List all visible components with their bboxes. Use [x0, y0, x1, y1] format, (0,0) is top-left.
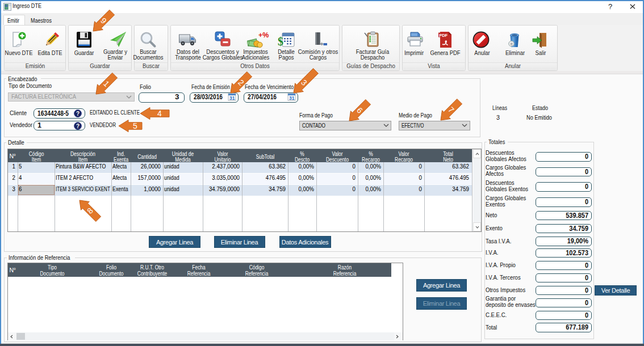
svg-text:C: C [510, 43, 513, 46]
svg-text:+%: +% [258, 31, 269, 39]
svg-text:31: 31 [229, 95, 235, 101]
svg-text:31: 31 [289, 95, 295, 101]
svg-text:$: $ [278, 35, 283, 48]
svg-text:?: ? [76, 111, 80, 117]
svg-text:PDF: PDF [439, 33, 448, 38]
svg-text:?: ? [76, 123, 80, 129]
svg-text:4: 4 [157, 109, 162, 118]
svg-text:5: 5 [133, 121, 137, 130]
